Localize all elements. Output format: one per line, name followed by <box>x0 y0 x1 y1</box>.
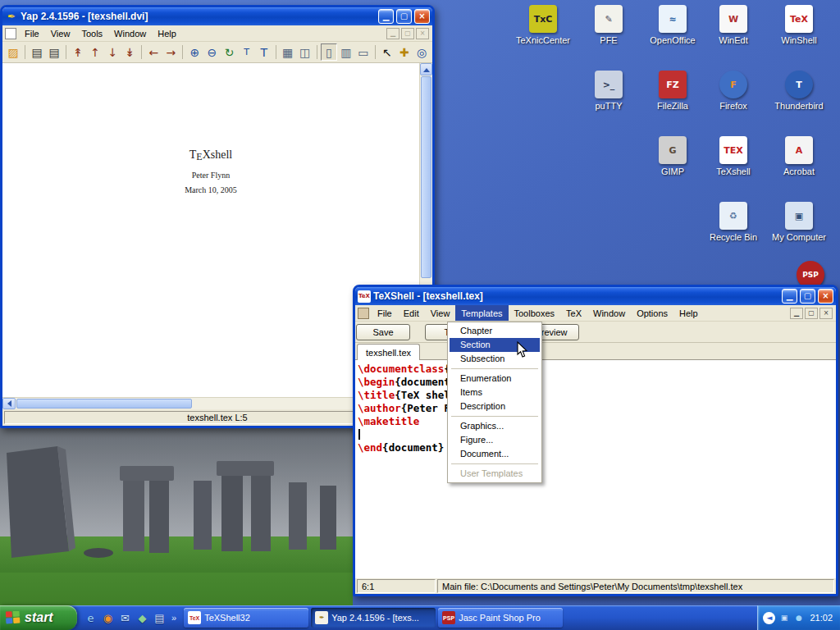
menu-options[interactable]: Options <box>631 305 673 321</box>
desktop-icon-recycle-bin[interactable]: ♻Recycle Bin <box>704 202 763 242</box>
yap-menu-window[interactable]: Window <box>108 25 152 41</box>
scroll-left-button[interactable] <box>2 398 16 409</box>
tab-texshell-tex[interactable]: texshell.tex <box>357 344 420 360</box>
yap-maximize-button[interactable]: ▢ <box>396 9 412 24</box>
menu-file[interactable]: File <box>372 305 398 321</box>
desktop-icon-putty[interactable]: >_puTTY <box>579 71 638 111</box>
texshell-statusbar: 6:1 Main file: C:\Documents and Settings… <box>355 578 836 594</box>
yap-minimize-button[interactable]: ▁ <box>378 9 394 24</box>
editor[interactable]: \documentclass{\begin{document\title{TeX… <box>355 360 836 578</box>
quick-launch-icon-4[interactable]: ◆ <box>135 611 149 625</box>
quick-launch-icon-1[interactable]: e <box>84 611 98 625</box>
editor-line: \begin{document <box>358 376 836 389</box>
fit-width-icon[interactable]: ▭ <box>355 43 372 61</box>
templates-menu-item-document[interactable]: Document... <box>450 447 540 461</box>
forward-icon[interactable]: → <box>162 43 179 61</box>
page-overview-icon[interactable]: ▦ <box>280 43 296 61</box>
mdi-minimize-button[interactable]: ▁ <box>386 28 399 39</box>
texshell-titlebar[interactable]: TeX TeXShell - [texshell.tex] ▁ ▢ × <box>355 287 836 305</box>
menu-separator <box>451 416 538 417</box>
templates-menu-item-graphics[interactable]: Graphics... <box>450 419 540 433</box>
prev-page-icon[interactable]: ↑ <box>87 43 103 61</box>
menu-view[interactable]: View <box>425 305 456 321</box>
desktop-icon-firefox[interactable]: FFirefox <box>704 71 763 111</box>
desktop-icon-winedt[interactable]: WWinEdt <box>704 5 763 45</box>
print-page-icon[interactable]: ▤ <box>46 43 62 61</box>
toolbar-separator <box>276 45 276 59</box>
scroll-up-button[interactable] <box>420 63 432 75</box>
tray-icons: ◄▣● <box>763 612 805 624</box>
desktop-icon-texshell[interactable]: TEXTeXshell <box>704 136 763 176</box>
taskbar-button-jasc-paint-shop-pro[interactable]: PSPJasc Paint Shop Pro <box>438 608 563 628</box>
redraw-icon[interactable]: ↻ <box>221 43 238 61</box>
hide-tray-icons-button[interactable]: ◄ <box>763 612 775 624</box>
menu-help[interactable]: Help <box>673 305 704 321</box>
windows-logo-icon <box>6 611 21 624</box>
tray-icon-1[interactable]: ▣ <box>778 612 790 624</box>
zoom-in-icon[interactable]: ⊕ <box>186 43 203 61</box>
taskbar-button-yap-2-4-1596-texs[interactable]: ✒Yap 2.4.1596 - [texs... <box>311 608 436 628</box>
yap-menu-view[interactable]: View <box>45 25 76 41</box>
desktop-icon-filezilla[interactable]: FZFileZilla <box>643 71 702 111</box>
two-page-icon[interactable]: ◫ <box>297 43 313 61</box>
desktop-icon-texniccenter[interactable]: TxCTeXnicCenter <box>514 5 573 45</box>
desktop-icon-acrobat[interactable]: AAcrobat <box>769 136 829 176</box>
open-icon[interactable]: ▨ <box>5 43 21 61</box>
select-tool-icon[interactable]: ↖ <box>379 43 395 61</box>
vertical-scrollbar-thumb[interactable] <box>421 76 431 278</box>
mdi-restore-button[interactable]: ▢ <box>401 28 414 39</box>
font-larger-icon[interactable]: T <box>256 43 272 61</box>
templates-menu-item-items[interactable]: Items <box>450 386 540 399</box>
single-page-icon[interactable]: ▯ <box>321 43 337 61</box>
back-icon[interactable]: ← <box>145 43 162 61</box>
tray-icon-2[interactable]: ● <box>792 612 805 624</box>
print-icon[interactable]: ▤ <box>29 43 45 61</box>
desktop-icon-label: Recycle Bin <box>704 232 763 242</box>
menu-templates[interactable]: Templates <box>455 305 508 321</box>
desktop-icon-label: WinEdt <box>704 35 763 45</box>
next-page-icon[interactable]: ↓ <box>104 43 121 61</box>
templates-menu-item-figure[interactable]: Figure... <box>450 433 540 447</box>
magnifier-tool-icon[interactable]: ◎ <box>413 43 430 61</box>
save-button[interactable]: Save <box>356 324 410 340</box>
desktop-icon-winshell[interactable]: TeXWinShell <box>769 5 829 45</box>
last-page-icon[interactable]: ↡ <box>121 43 138 61</box>
start-button[interactable]: start <box>0 605 77 630</box>
desktop-icon-thunderbird[interactable]: TThunderbird <box>769 71 829 111</box>
mdi-close-button[interactable]: × <box>416 28 429 39</box>
font-smaller-icon[interactable]: T <box>239 43 255 61</box>
menu-edit[interactable]: Edit <box>398 305 425 321</box>
templates-menu-item-chapter[interactable]: Chapter <box>450 324 540 338</box>
yap-close-button[interactable]: × <box>414 9 430 24</box>
mdi-close-button[interactable]: × <box>819 308 833 319</box>
desktop-icon-pfe[interactable]: ✎PFE <box>579 5 638 45</box>
hand-tool-icon[interactable]: ✚ <box>396 43 413 61</box>
quick-launch-icon-3[interactable]: ✉ <box>118 611 132 625</box>
menu-window[interactable]: Window <box>587 305 631 321</box>
menu-toolboxes[interactable]: Toolboxes <box>509 305 561 321</box>
menu-tex[interactable]: TeX <box>560 305 587 321</box>
mdi-minimize-button[interactable]: ▁ <box>790 308 803 319</box>
templates-menu-item-enumeration[interactable]: Enumeration <box>450 372 540 386</box>
dvi-title-part: Xshell <box>203 148 233 161</box>
quick-launch-icon-2[interactable]: ◉ <box>101 611 115 625</box>
quick-launch-overflow-chevron[interactable]: » <box>169 613 179 623</box>
first-page-icon[interactable]: ↟ <box>70 43 86 61</box>
yap-menu-file[interactable]: File <box>19 25 45 41</box>
desktop-icon-gimp[interactable]: GGIMP <box>643 136 702 176</box>
horizontal-scrollbar-thumb[interactable] <box>16 399 192 409</box>
yap-menu-help[interactable]: Help <box>152 25 182 41</box>
zoom-out-icon[interactable]: ⊖ <box>203 43 220 61</box>
yap-menu-tools[interactable]: Tools <box>75 25 108 41</box>
desktop-icon-openoffice[interactable]: ≈OpenOffice <box>643 5 702 45</box>
texshell-minimize-button[interactable]: ▁ <box>782 289 797 304</box>
yap-titlebar[interactable]: ✒ Yap 2.4.1596 - [texshell.dvi] ▁ ▢ × <box>2 7 432 25</box>
quick-launch-icon-5[interactable]: ▤ <box>153 611 167 625</box>
texshell-close-button[interactable]: × <box>818 289 833 304</box>
templates-menu-item-description[interactable]: Description <box>450 399 540 413</box>
taskbar-button-texshell32[interactable]: TeXTeXShell32 <box>184 608 308 628</box>
continuous-view-icon[interactable]: ▥ <box>338 43 354 61</box>
texshell-maximize-button[interactable]: ▢ <box>800 289 815 304</box>
desktop-icon-my-computer[interactable]: ▣My Computer <box>769 202 829 242</box>
mdi-restore-button[interactable]: ▢ <box>805 308 818 319</box>
